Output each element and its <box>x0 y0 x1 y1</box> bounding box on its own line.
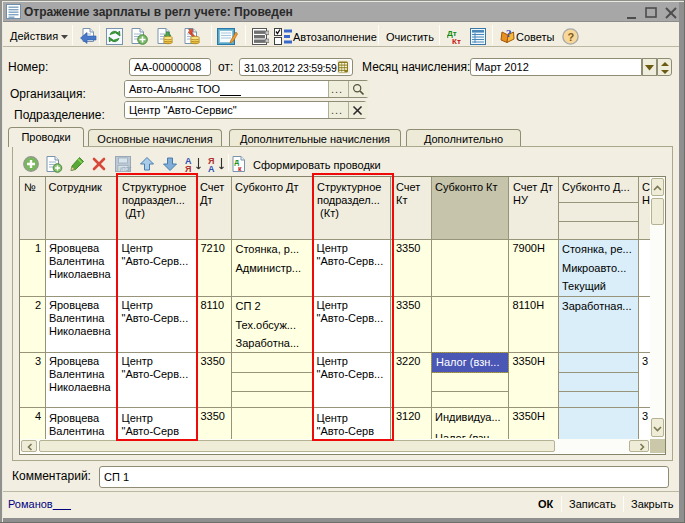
svg-text:?: ? <box>568 31 575 43</box>
svg-text:Кт: Кт <box>452 37 461 45</box>
svg-text:к: к <box>238 165 242 172</box>
svg-text:Я: Я <box>185 164 191 173</box>
svg-text:?: ? <box>506 27 512 39</box>
svg-text:А: А <box>208 164 215 173</box>
svg-text:ИТОГ: ИТОГ <box>120 167 132 172</box>
